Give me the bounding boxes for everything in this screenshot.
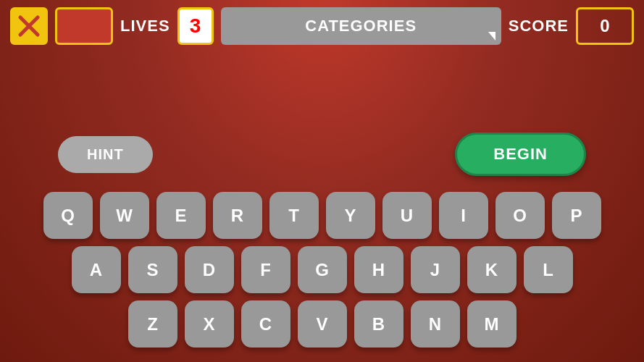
key-c[interactable]: C [241,300,290,348]
begin-button[interactable]: BEGIN [455,132,586,176]
key-j[interactable]: J [411,246,460,293]
key-m[interactable]: M [467,300,517,348]
key-v[interactable]: V [298,300,347,348]
color-swatch [55,7,113,45]
score-label: SCORE [509,17,569,35]
key-p[interactable]: P [552,192,601,239]
key-y[interactable]: Y [326,192,375,239]
key-u[interactable]: U [382,192,432,239]
key-s[interactable]: S [128,246,177,293]
key-b[interactable]: B [354,300,403,348]
hint-button[interactable]: HINT [58,136,153,173]
key-a[interactable]: A [72,246,121,293]
keyboard: QWERTYUIOPASDFGHJKLZXCVBNM [43,192,601,348]
key-d[interactable]: D [185,246,234,293]
key-e[interactable]: E [156,192,206,239]
lives-label: LIVES [120,17,170,35]
game-area: HINT BEGIN QWERTYUIOPASDFGHJKLZXCVBNM [0,52,644,362]
score-count: 0 [576,7,634,45]
action-row: HINT BEGIN [0,132,644,176]
key-k[interactable]: K [467,246,517,293]
key-z[interactable]: Z [128,300,177,348]
lives-count: 3 [177,7,214,45]
close-button[interactable] [10,7,48,45]
key-i[interactable]: I [439,192,488,239]
key-t[interactable]: T [269,192,319,239]
key-h[interactable]: H [354,246,403,293]
keyboard-row: QWERTYUIOP [43,192,601,239]
key-g[interactable]: G [298,246,347,293]
key-l[interactable]: L [524,246,573,293]
header: LIVES 3 CATEGORIES SCORE 0 [0,0,644,52]
key-x[interactable]: X [185,300,234,348]
key-w[interactable]: W [100,192,149,239]
key-n[interactable]: N [411,300,460,348]
key-q[interactable]: Q [43,192,93,239]
keyboard-row: ASDFGHJKL [72,246,573,293]
key-o[interactable]: O [495,192,545,239]
key-f[interactable]: F [241,246,290,293]
keyboard-row: ZXCVBNM [128,300,517,348]
key-r[interactable]: R [213,192,262,239]
categories-button[interactable]: CATEGORIES [221,7,501,45]
